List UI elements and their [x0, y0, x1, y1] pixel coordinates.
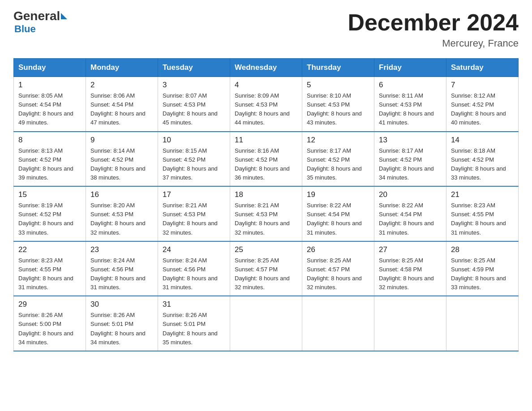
header-monday: Monday: [86, 59, 158, 77]
table-row: 2 Sunrise: 8:06 AM Sunset: 4:54 PM Dayli…: [86, 77, 158, 132]
table-row: 3 Sunrise: 8:07 AM Sunset: 4:53 PM Dayli…: [158, 77, 230, 132]
day-number: 1: [18, 81, 81, 90]
day-info: Sunrise: 8:25 AM Sunset: 4:57 PM Dayligh…: [235, 256, 297, 292]
table-row: 9 Sunrise: 8:14 AM Sunset: 4:52 PM Dayli…: [86, 132, 158, 187]
day-number: 8: [18, 136, 81, 145]
logo-general: General: [13, 9, 60, 23]
day-info: Sunrise: 8:18 AM Sunset: 4:52 PM Dayligh…: [451, 146, 514, 183]
day-info: Sunrise: 8:14 AM Sunset: 4:52 PM Dayligh…: [90, 146, 153, 183]
table-row: 28 Sunrise: 8:25 AM Sunset: 4:59 PM Dayl…: [446, 241, 519, 296]
day-info: Sunrise: 8:12 AM Sunset: 4:52 PM Dayligh…: [451, 91, 514, 128]
day-info: Sunrise: 8:22 AM Sunset: 4:54 PM Dayligh…: [379, 201, 442, 237]
day-number: 16: [90, 190, 153, 199]
day-number: 4: [235, 81, 297, 90]
title-block: December 2024 Mercurey, France: [348, 9, 519, 49]
day-info: Sunrise: 8:21 AM Sunset: 4:53 PM Dayligh…: [235, 201, 297, 237]
day-number: 12: [307, 136, 369, 145]
day-number: 7: [451, 81, 514, 90]
day-info: Sunrise: 8:19 AM Sunset: 4:52 PM Dayligh…: [18, 201, 81, 237]
day-info: Sunrise: 8:13 AM Sunset: 4:52 PM Dayligh…: [18, 146, 81, 183]
table-row: 13 Sunrise: 8:17 AM Sunset: 4:52 PM Dayl…: [374, 132, 446, 187]
table-row: 24 Sunrise: 8:24 AM Sunset: 4:56 PM Dayl…: [158, 241, 230, 296]
day-info: Sunrise: 8:09 AM Sunset: 4:53 PM Dayligh…: [235, 91, 297, 128]
header-sunday: Sunday: [14, 59, 86, 77]
day-number: 23: [90, 245, 153, 254]
day-info: Sunrise: 8:26 AM Sunset: 5:01 PM Dayligh…: [90, 311, 153, 347]
table-row: 26 Sunrise: 8:25 AM Sunset: 4:57 PM Dayl…: [302, 241, 374, 296]
day-info: Sunrise: 8:17 AM Sunset: 4:52 PM Dayligh…: [379, 146, 442, 183]
day-number: 31: [163, 300, 225, 309]
day-info: Sunrise: 8:10 AM Sunset: 4:53 PM Dayligh…: [307, 91, 369, 128]
table-row: 31 Sunrise: 8:26 AM Sunset: 5:01 PM Dayl…: [158, 296, 230, 351]
table-row: 12 Sunrise: 8:17 AM Sunset: 4:52 PM Dayl…: [302, 132, 374, 187]
day-info: Sunrise: 8:15 AM Sunset: 4:52 PM Dayligh…: [163, 146, 225, 183]
header-tuesday: Tuesday: [158, 59, 230, 77]
day-info: Sunrise: 8:26 AM Sunset: 5:00 PM Dayligh…: [18, 311, 81, 347]
logo-arrow-icon: [61, 13, 67, 19]
day-number: 27: [379, 245, 442, 254]
day-number: 15: [18, 190, 81, 199]
calendar-week-row: 15 Sunrise: 8:19 AM Sunset: 4:52 PM Dayl…: [14, 186, 519, 241]
calendar-header-row: Sunday Monday Tuesday Wednesday Thursday…: [14, 59, 519, 77]
day-number: 20: [379, 190, 442, 199]
day-number: 19: [307, 190, 369, 199]
page-header: General Blue December 2024 Mercurey, Fra…: [13, 9, 519, 49]
calendar-week-row: 8 Sunrise: 8:13 AM Sunset: 4:52 PM Dayli…: [14, 132, 519, 187]
table-row: 25 Sunrise: 8:25 AM Sunset: 4:57 PM Dayl…: [230, 241, 302, 296]
day-number: 25: [235, 245, 297, 254]
day-info: Sunrise: 8:05 AM Sunset: 4:54 PM Dayligh…: [18, 91, 81, 128]
day-number: 11: [235, 136, 297, 145]
day-info: Sunrise: 8:23 AM Sunset: 4:55 PM Dayligh…: [451, 201, 514, 237]
day-number: 26: [307, 245, 369, 254]
day-info: Sunrise: 8:06 AM Sunset: 4:54 PM Dayligh…: [90, 91, 153, 128]
table-row: 23 Sunrise: 8:24 AM Sunset: 4:56 PM Dayl…: [86, 241, 158, 296]
table-row: 1 Sunrise: 8:05 AM Sunset: 4:54 PM Dayli…: [14, 77, 86, 132]
day-info: Sunrise: 8:20 AM Sunset: 4:53 PM Dayligh…: [90, 201, 153, 237]
month-title: December 2024: [348, 9, 519, 36]
table-row: 6 Sunrise: 8:11 AM Sunset: 4:53 PM Dayli…: [374, 77, 446, 132]
table-row: [446, 296, 519, 351]
calendar-table: Sunday Monday Tuesday Wednesday Thursday…: [13, 58, 519, 351]
day-number: 6: [379, 81, 442, 90]
day-number: 24: [163, 245, 225, 254]
day-number: 10: [163, 136, 225, 145]
table-row: 30 Sunrise: 8:26 AM Sunset: 5:01 PM Dayl…: [86, 296, 158, 351]
day-number: 13: [379, 136, 442, 145]
day-number: 30: [90, 300, 153, 309]
calendar-week-row: 29 Sunrise: 8:26 AM Sunset: 5:00 PM Dayl…: [14, 296, 519, 351]
location: Mercurey, France: [348, 38, 519, 49]
day-info: Sunrise: 8:11 AM Sunset: 4:53 PM Dayligh…: [379, 91, 442, 128]
table-row: 4 Sunrise: 8:09 AM Sunset: 4:53 PM Dayli…: [230, 77, 302, 132]
table-row: 20 Sunrise: 8:22 AM Sunset: 4:54 PM Dayl…: [374, 186, 446, 241]
day-info: Sunrise: 8:21 AM Sunset: 4:53 PM Dayligh…: [163, 201, 225, 237]
day-number: 5: [307, 81, 369, 90]
table-row: 17 Sunrise: 8:21 AM Sunset: 4:53 PM Dayl…: [158, 186, 230, 241]
logo: General Blue: [13, 9, 68, 35]
header-wednesday: Wednesday: [230, 59, 302, 77]
day-info: Sunrise: 8:26 AM Sunset: 5:01 PM Dayligh…: [163, 311, 225, 347]
day-info: Sunrise: 8:17 AM Sunset: 4:52 PM Dayligh…: [307, 146, 369, 183]
table-row: [230, 296, 302, 351]
table-row: 10 Sunrise: 8:15 AM Sunset: 4:52 PM Dayl…: [158, 132, 230, 187]
day-number: 21: [451, 190, 514, 199]
day-number: 2: [90, 81, 153, 90]
header-saturday: Saturday: [446, 59, 519, 77]
table-row: 11 Sunrise: 8:16 AM Sunset: 4:52 PM Dayl…: [230, 132, 302, 187]
table-row: 8 Sunrise: 8:13 AM Sunset: 4:52 PM Dayli…: [14, 132, 86, 187]
day-info: Sunrise: 8:25 AM Sunset: 4:58 PM Dayligh…: [379, 256, 442, 292]
table-row: 21 Sunrise: 8:23 AM Sunset: 4:55 PM Dayl…: [446, 186, 519, 241]
day-info: Sunrise: 8:25 AM Sunset: 4:59 PM Dayligh…: [451, 256, 514, 292]
table-row: 16 Sunrise: 8:20 AM Sunset: 4:53 PM Dayl…: [86, 186, 158, 241]
day-info: Sunrise: 8:16 AM Sunset: 4:52 PM Dayligh…: [235, 146, 297, 183]
day-number: 22: [18, 245, 81, 254]
table-row: 27 Sunrise: 8:25 AM Sunset: 4:58 PM Dayl…: [374, 241, 446, 296]
table-row: [302, 296, 374, 351]
day-info: Sunrise: 8:24 AM Sunset: 4:56 PM Dayligh…: [90, 256, 153, 292]
header-thursday: Thursday: [302, 59, 374, 77]
table-row: 5 Sunrise: 8:10 AM Sunset: 4:53 PM Dayli…: [302, 77, 374, 132]
table-row: 7 Sunrise: 8:12 AM Sunset: 4:52 PM Dayli…: [446, 77, 519, 132]
calendar-week-row: 22 Sunrise: 8:23 AM Sunset: 4:55 PM Dayl…: [14, 241, 519, 296]
day-info: Sunrise: 8:24 AM Sunset: 4:56 PM Dayligh…: [163, 256, 225, 292]
day-info: Sunrise: 8:07 AM Sunset: 4:53 PM Dayligh…: [163, 91, 225, 128]
table-row: 14 Sunrise: 8:18 AM Sunset: 4:52 PM Dayl…: [446, 132, 519, 187]
